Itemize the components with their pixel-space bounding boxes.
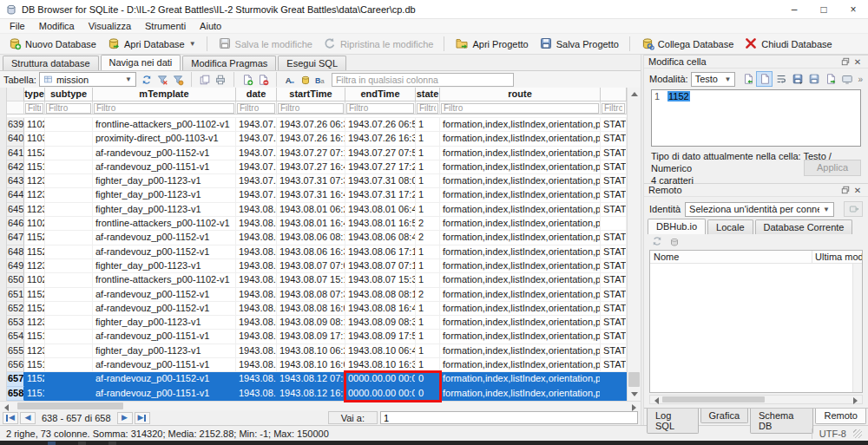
goto-input[interactable] [380,411,638,424]
cell-mtemplate[interactable]: af-randevouz_p00-1152-v1 [93,288,236,302]
cell-date[interactable]: 1943.08.09 [236,330,277,344]
cell-type[interactable]: 1102 [24,273,45,287]
cell-starttime[interactable]: 1943.07.26 06:35:38 [277,118,345,132]
row-number[interactable]: 649 [7,259,24,273]
close-panel-icon[interactable]: ✕ [852,56,864,67]
row-number[interactable]: 653 [7,316,24,330]
cell-state[interactable]: 1 [416,273,440,287]
minimize-button[interactable]: – [779,0,809,19]
tab-esegui-sql[interactable]: Esegui SQL [278,56,346,70]
chiudi-database-button[interactable]: Chiudi Database [739,35,837,53]
cell-starttime[interactable]: 1943.08.12 07:08:03 [277,372,345,386]
save-filter-icon[interactable] [170,72,186,87]
filter-input-date[interactable] [237,103,275,114]
row-number[interactable]: 640 [7,132,24,146]
cell-subtype[interactable] [45,259,93,273]
column-header-route[interactable]: route [440,88,601,101]
scroll-down-icon[interactable] [628,388,641,401]
cell-subtype[interactable] [45,273,93,287]
filter-input-starttime[interactable] [278,103,344,114]
cell-subtype[interactable] [45,372,93,386]
cell-route[interactable]: formation,index,listIndex,orientation,pr… [440,231,601,245]
cell-type[interactable]: 1123 [24,203,45,217]
cell-endtime[interactable]: 1943.08.01 16:57:54 [345,217,416,231]
column-header-date[interactable]: date [236,88,277,101]
nuovo-database-button[interactable]: Nuovo Database [3,35,102,53]
cell-mtemplate[interactable]: af-randevouz_p00-1151-v1 [93,358,236,372]
cell-mtemplate[interactable]: af-randevouz_p00-1151-v1 [93,330,236,344]
resize-grip[interactable] [853,429,862,438]
table-row[interactable]: 6551123fighter_day_p00-1123-v11943.08.10… [7,344,627,358]
cell-date[interactable]: 1943.08.08 [236,288,277,302]
row-number[interactable]: 656 [7,358,24,372]
cell-mtemplate[interactable]: fighter_day_p00-1123-v1 [93,188,236,202]
cell-state[interactable]: 0 [416,387,440,401]
cell-mtemplate[interactable]: fighter_day_p00-1123-v1 [93,259,236,273]
menu-strumenti[interactable]: Strumenti [138,20,193,32]
cell-subtype[interactable] [45,245,93,259]
cell-subtype[interactable] [45,188,93,202]
cell-state[interactable]: 1 [416,316,440,330]
export-database-icon[interactable] [298,72,313,87]
row-number[interactable]: 646 [7,217,24,231]
cell-starttime[interactable]: 1943.08.06 08:16:16 [277,231,345,245]
cell-starttime[interactable]: 1943.08.08 07:31:36 [277,288,345,302]
remote-horizontal-scrollbar[interactable] [649,395,863,404]
cell-date[interactable]: 1943.07.26 [236,132,277,146]
global-filter-input[interactable] [332,73,514,87]
clone-database-icon[interactable] [844,201,863,217]
previous-record-button[interactable]: ◀ [20,412,36,424]
cell-date[interactable]: 1943.08.06 [236,231,277,245]
clear-filters-icon[interactable] [155,72,170,87]
cell-starttime[interactable]: 1943.08.01 06:29:53 [277,203,345,217]
row-number[interactable]: 648 [7,245,24,259]
cell-starttime[interactable]: 1943.08.09 08:17:35 [277,316,345,330]
row-number[interactable]: 644 [7,188,24,202]
text-document-icon[interactable] [756,71,773,87]
table-row[interactable]: 6391102frontline-attackers_p00-1102-v119… [7,118,627,132]
cell-type[interactable]: 1123 [24,316,45,330]
menu-modifica[interactable]: Modifica [32,20,82,32]
cell-status[interactable]: STATUS [601,245,627,259]
save-cell-icon[interactable] [789,71,806,87]
save-as-icon[interactable] [806,71,822,87]
cell-date[interactable]: 1943.07.27 [236,160,277,174]
float-panel-icon[interactable] [839,56,852,67]
cell-subtype[interactable] [45,132,93,146]
cell-subtype[interactable] [45,358,93,372]
cell-endtime[interactable]: 1943.08.10 06:49:36 [345,344,416,358]
cell-type[interactable]: 1152 [24,288,45,302]
cell-mtemplate[interactable]: proximity-direct_p00-1103-v1 [93,132,236,146]
cell-subtype[interactable] [45,203,93,217]
cell-route[interactable]: formation,index,listIndex,orientation,pr… [440,330,601,344]
cell-route[interactable]: formation,index,listIndex,orientation,pr… [440,288,601,302]
column-header-partial[interactable] [601,88,627,101]
cell-route[interactable]: formation,index,listIndex,orientation,pr… [440,387,601,401]
filter-input-state[interactable] [417,103,438,114]
column-header-ultima-modifica[interactable]: Ultima modifica [812,251,862,263]
cell-type[interactable]: 1102 [24,217,45,231]
cell-endtime[interactable]: 1943.08.07 07:18:26 [345,259,416,273]
remote-tab-locale[interactable]: Locale [707,219,753,234]
cell-endtime[interactable]: 1943.08.07 15:31:26 [345,273,416,287]
bottom-tab-log-sql[interactable]: Log SQL [647,409,699,434]
filter-input-mtemplate[interactable] [94,103,234,114]
cell-route[interactable]: formation,index,listIndex,orientation,pr… [440,147,601,160]
cell-date[interactable]: 1943.08.07 [236,259,277,273]
cell-type[interactable]: 1123 [24,344,45,358]
cell-route[interactable]: formation,index,listIndex,orientation,pr… [440,160,601,174]
cell-subtype[interactable] [45,217,93,231]
cell-type[interactable]: 1152 [24,372,45,386]
cell-subtype[interactable] [45,302,93,316]
export-cell-icon[interactable] [822,71,838,87]
cell-state[interactable]: 0 [416,372,440,386]
table-row[interactable]: 6561151af-randevouz_p00-1151-v11943.08.1… [7,358,627,372]
delete-record-icon[interactable] [255,72,271,87]
column-header-mtemplate[interactable]: mTemplate [93,88,236,101]
last-record-button[interactable]: ▶ [135,412,150,424]
apri-progetto-button[interactable]: Apri Progetto [450,35,533,53]
cell-mtemplate[interactable]: af-randevouz_p00-1151-v1 [93,387,236,401]
copy-record-icon[interactable] [197,72,213,87]
cell-starttime[interactable]: 1943.08.07 15:11:56 [277,273,345,287]
cell-state[interactable]: 1 [416,203,440,217]
